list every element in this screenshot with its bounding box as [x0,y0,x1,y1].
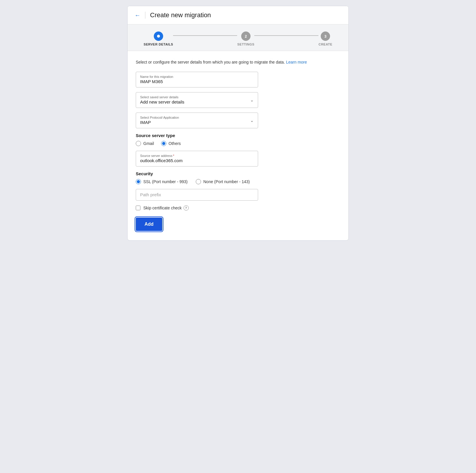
protocol-label: Select Protocol/ Application [140,116,254,119]
protocol-group: Select Protocol/ Application IMAP ⌄ [136,113,340,128]
path-prefix-wrapper [136,189,258,201]
step-3-circle: 3 [321,31,330,41]
radio-ssl[interactable]: SSL (Port number - 993) [136,179,188,184]
description-text: Select or configure the server details f… [136,59,340,65]
step-2: 2 SETTINGS [237,31,254,46]
source-server-type-label: Source server type [136,133,340,138]
page-title: Create new migration [150,11,211,19]
source-address-group: Source server address* [136,151,340,167]
source-server-type-radios: Gmail Others [136,141,340,146]
svg-point-0 [157,35,160,38]
radio-none-label: None (Port number - 143) [203,179,250,184]
security-radios: SSL (Port number - 993) None (Port numbe… [136,179,340,184]
stepper-container: SERVER DETAILS 2 SETTINGS 3 CREATE [128,24,348,51]
header-divider [145,12,145,19]
protocol-wrapper[interactable]: Select Protocol/ Application IMAP ⌄ [136,113,258,128]
radio-none[interactable]: None (Port number - 143) [196,179,250,184]
step-3: 3 CREATE [318,31,332,46]
path-prefix-group [136,189,340,201]
radio-ssl-label: SSL (Port number - 993) [143,179,188,184]
radio-gmail-input[interactable] [136,141,141,146]
step-3-label: CREATE [318,43,332,46]
migration-name-input[interactable] [140,79,254,84]
help-icon[interactable]: ? [184,205,189,211]
skip-cert-label[interactable]: Skip certificate check ? [143,205,189,211]
skip-cert-checkbox[interactable] [136,206,140,210]
skip-cert-group: Skip certificate check ? [136,205,340,211]
required-star: * [173,154,174,157]
header: ← Create new migration [128,6,348,24]
source-server-type-section: Source server type Gmail Others [136,133,340,146]
step-2-circle: 2 [241,31,251,41]
radio-others-label: Others [169,141,181,146]
step-line-1 [173,35,237,36]
source-address-input[interactable] [140,158,254,163]
server-details-label: Select saved server details [140,95,254,99]
radio-ssl-input[interactable] [136,179,141,184]
radio-none-input[interactable] [196,179,201,184]
server-details-group: Select saved server details Add new serv… [136,92,340,108]
source-address-wrapper: Source server address* [136,151,258,167]
security-label: Security [136,171,340,176]
server-details-value: Add new server details [140,99,184,104]
migration-name-label: Name for this migration [140,75,254,78]
page-container: ← Create new migration SERVER DETAILS 2 … [127,6,349,241]
step-2-label: SETTINGS [237,43,254,46]
source-address-label: Source server address* [140,154,254,157]
server-details-wrapper[interactable]: Select saved server details Add new serv… [136,92,258,108]
security-section: Security SSL (Port number - 993) None (P… [136,171,340,184]
migration-name-wrapper: Name for this migration [136,72,258,87]
main-content: Select or configure the server details f… [128,51,348,240]
step-line-2 [254,35,318,36]
radio-others-input[interactable] [161,141,166,146]
step-1: SERVER DETAILS [144,31,173,46]
path-prefix-input[interactable] [140,192,254,197]
protocol-value: IMAP [140,120,151,125]
radio-others[interactable]: Others [161,141,181,146]
learn-more-link[interactable]: Learn more [286,60,307,64]
radio-gmail-label: Gmail [143,141,154,146]
migration-name-group: Name for this migration [136,72,340,87]
stepper: SERVER DETAILS 2 SETTINGS 3 CREATE [139,31,337,46]
radio-gmail[interactable]: Gmail [136,141,154,146]
back-button[interactable]: ← [135,12,140,19]
step-1-label: SERVER DETAILS [144,43,173,46]
add-button[interactable]: Add [136,218,162,231]
step-1-circle [154,31,163,41]
